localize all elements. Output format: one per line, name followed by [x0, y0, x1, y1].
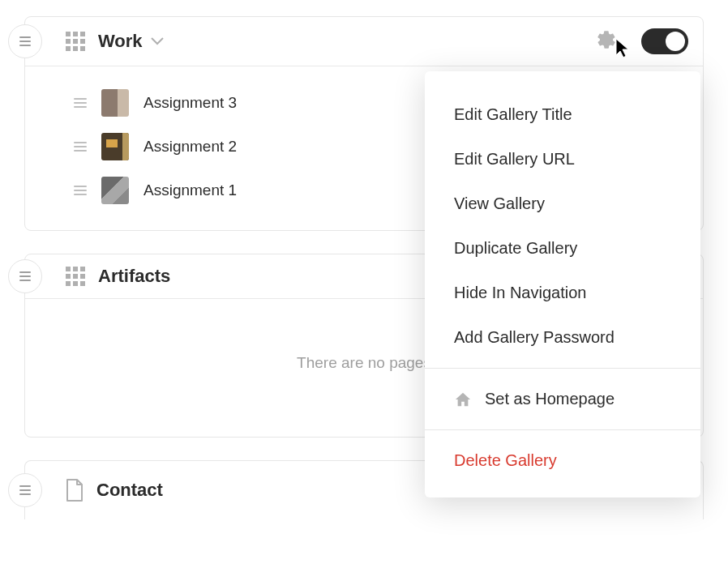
section-work-title[interactable]: Work [98, 31, 143, 52]
drag-icon [19, 36, 31, 46]
menu-edit-title[interactable]: Edit Gallery Title [425, 92, 700, 137]
gear-icon[interactable] [596, 29, 617, 53]
menu-separator [425, 368, 700, 369]
menu-view-gallery[interactable]: View Gallery [425, 181, 700, 226]
page-icon [66, 479, 84, 502]
drag-icon[interactable] [74, 186, 87, 195]
item-label: Assignment 2 [143, 138, 237, 156]
section-contact-title[interactable]: Contact [96, 480, 163, 501]
menu-duplicate-gallery[interactable]: Duplicate Gallery [425, 226, 700, 271]
drag-icon[interactable] [74, 142, 87, 152]
menu-hide-navigation[interactable]: Hide In Navigation [425, 271, 700, 315]
menu-add-password[interactable]: Add Gallery Password [425, 315, 700, 360]
menu-delete-gallery[interactable]: Delete Gallery [425, 438, 700, 483]
grid-icon [66, 267, 85, 286]
thumbnail [101, 89, 129, 117]
chevron-down-icon[interactable] [151, 37, 164, 45]
drag-handle[interactable] [8, 473, 42, 507]
grid-icon [66, 32, 85, 51]
home-icon [454, 391, 472, 408]
section-artifacts-title[interactable]: Artifacts [98, 266, 170, 287]
thumbnail [101, 133, 129, 160]
menu-set-homepage-label: Set as Homepage [485, 390, 615, 408]
section-work-header: Work [25, 17, 703, 66]
drag-handle[interactable] [8, 259, 42, 293]
menu-set-homepage[interactable]: Set as Homepage [425, 377, 700, 421]
item-label: Assignment 1 [143, 181, 237, 199]
drag-icon[interactable] [74, 98, 87, 108]
menu-separator [425, 429, 700, 430]
visibility-toggle[interactable] [641, 28, 688, 54]
item-label: Assignment 3 [143, 94, 237, 112]
gallery-settings-menu: Edit Gallery Title Edit Gallery URL View… [425, 71, 700, 497]
drag-icon [19, 271, 31, 281]
thumbnail [101, 177, 129, 204]
drag-icon [19, 485, 31, 495]
menu-edit-url[interactable]: Edit Gallery URL [425, 137, 700, 181]
drag-handle[interactable] [8, 24, 42, 58]
